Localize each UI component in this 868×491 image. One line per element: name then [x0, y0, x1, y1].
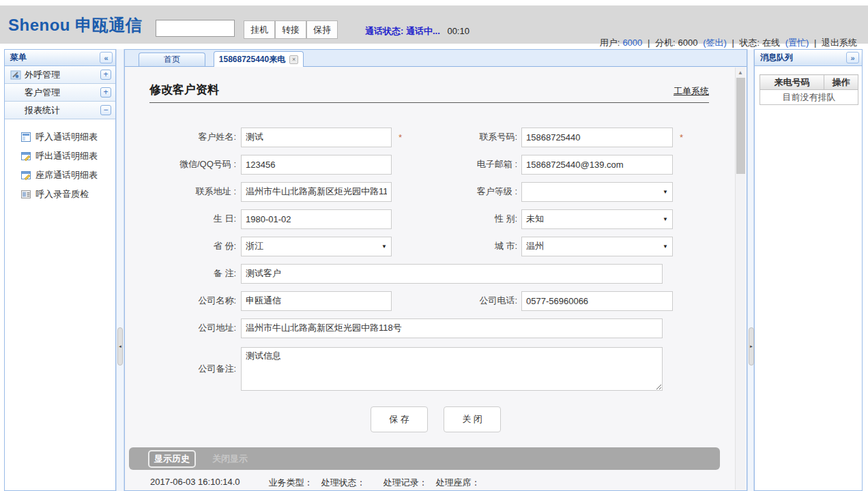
sidebar-title: 菜单 [10, 52, 100, 63]
company-remark-field[interactable]: 测试信息 [241, 347, 663, 391]
tab-label: 首页 [164, 54, 180, 65]
right-splitter[interactable]: ► [747, 49, 754, 491]
scrollbar-thumb[interactable] [736, 78, 745, 174]
show-history-tab[interactable]: 显示历史 [148, 450, 196, 468]
expand-group-button[interactable]: + [100, 87, 111, 98]
queue-header: 消息队列 » [755, 50, 862, 66]
expand-group-button[interactable]: + [100, 70, 111, 80]
collapse-sidebar-button[interactable]: « [100, 52, 113, 63]
sidebar-header: 菜单 « [5, 50, 115, 66]
outbound-management-icon [10, 70, 21, 80]
save-button[interactable]: 保 存 [371, 406, 428, 432]
birthday-field[interactable] [241, 209, 392, 229]
vertical-scrollbar[interactable]: ▲ [735, 68, 745, 490]
sidebar-item-recording-qc[interactable]: 呼入录音质检 [5, 185, 115, 204]
city-label: 城 市: [408, 240, 517, 252]
company-address-field[interactable] [241, 318, 663, 338]
customer-level-select[interactable]: ▼ [521, 182, 673, 202]
sidebar-group-label: 外呼管理 [25, 69, 100, 81]
email-field[interactable] [521, 155, 673, 175]
history-time: 2017-06-03 16:10:14.0 [150, 477, 240, 489]
logout-link[interactable]: 退出系统 [822, 38, 857, 48]
hide-history-tab[interactable]: 关闭显示 [212, 453, 248, 465]
call-timer: 00:10 [447, 26, 469, 36]
hangup-button[interactable]: 挂机 [244, 20, 275, 39]
form-row: 公司地址: [125, 314, 747, 342]
business-type-label: 业务类型： [269, 477, 313, 489]
form-row: 公司备注: 测试信息 [125, 342, 747, 396]
operation-header: 操作 [824, 75, 858, 90]
collapse-queue-button[interactable]: » [846, 52, 859, 63]
sidebar-item-outgoing-call-report[interactable]: 呼出通话明细表 [5, 147, 115, 166]
extension-label: 分机: [655, 38, 676, 48]
form-row: 公司名称: 公司电话: [125, 287, 747, 314]
set-busy-link[interactable]: (置忙) [785, 38, 809, 48]
select-value: 未知 [526, 213, 544, 225]
collapse-right-handle[interactable]: ► [749, 327, 754, 366]
sidebar-item-label: 座席通话明细表 [35, 169, 98, 181]
form-title-row: 修改客户资料 工单系统 [149, 82, 709, 103]
call-status-label: 通话状态: 通话中... [365, 26, 440, 36]
collapse-right-icon: » [850, 54, 854, 62]
spacer-icon [10, 87, 21, 98]
workorder-system-link[interactable]: 工单系统 [674, 85, 709, 98]
tab-home[interactable]: 首页 [139, 53, 205, 66]
customer-name-field[interactable] [241, 128, 392, 147]
recording-qc-icon [20, 189, 31, 200]
company-phone-field[interactable] [521, 291, 673, 311]
tab-bar: 首页 15868725440来电 × [125, 50, 747, 67]
tab-label: 15868725440来电 [219, 54, 285, 65]
city-select[interactable]: 温州 ▼ [521, 237, 673, 256]
scroll-up-icon[interactable]: ▲ [736, 68, 745, 78]
province-select[interactable]: 浙江 ▼ [241, 237, 392, 256]
sign-out-link[interactable]: (签出) [703, 38, 727, 48]
hold-button[interactable]: 保持 [306, 20, 338, 39]
queue-table-header-row: 来电号码 操作 [760, 75, 858, 90]
sidebar-group-reports[interactable]: 报表统计 − [5, 102, 115, 119]
sidebar-submenu: 呼入通话明细表 呼出通话明细表 座席通话明细表 呼入录音质检 [5, 119, 115, 204]
remark-field[interactable] [241, 264, 663, 284]
dial-number-input[interactable] [156, 20, 235, 37]
separator: | [732, 38, 734, 48]
close-tab-icon[interactable]: × [289, 55, 298, 64]
company-name-field[interactable] [241, 291, 392, 311]
main-panel: 首页 15868725440来电 × 修改客户资料 工单系统 客户姓名: * 联… [124, 49, 747, 491]
form-row: 省 份: 浙江 ▼ 城 市: 温州 ▼ [125, 233, 747, 260]
chevron-down-icon: ▼ [663, 216, 668, 222]
sidebar-item-agent-call-report[interactable]: 座席通话明细表 [5, 166, 115, 185]
email-label: 电子邮箱 : [408, 158, 517, 170]
wechat-qq-field[interactable] [241, 155, 392, 175]
sidebar-menu-panel: 菜单 « 外呼管理 + 客户管理 + 报表统计 − 呼入通话明细表 呼出通话明细… [4, 49, 116, 491]
customer-name-label: 客户姓名: [125, 131, 236, 143]
sidebar-group-customer[interactable]: 客户管理 + [5, 84, 115, 102]
outgoing-call-report-icon [20, 151, 31, 162]
sidebar-group-outbound[interactable]: 外呼管理 + [5, 66, 115, 84]
remark-label: 备 注: [125, 267, 236, 280]
splitter-left-icon: ◄ [118, 344, 122, 348]
contact-number-field[interactable] [521, 128, 673, 147]
close-button[interactable]: 关 闭 [444, 406, 501, 432]
sidebar-group-label: 报表统计 [25, 104, 100, 117]
required-mark: * [680, 132, 689, 143]
transfer-button[interactable]: 转接 [275, 20, 306, 39]
form-row: 联系地址 : 客户等级 : ▼ [125, 178, 747, 205]
handle-status-label: 处理状态： [321, 477, 366, 489]
user-info-bar: 用户:6000 | 分机:6000 (签出) | 状态:在线 (置忙) | 退出… [598, 37, 858, 49]
user-id-link[interactable]: 6000 [622, 38, 642, 48]
left-splitter[interactable]: ◄ [116, 49, 124, 491]
status-value: 在线 [762, 38, 780, 48]
call-status: 通话状态: 通话中... 00:10 [365, 25, 469, 38]
sidebar-item-label: 呼入录音质检 [35, 188, 89, 200]
sidebar-item-label: 呼出通话明细表 [35, 150, 98, 162]
history-toggle-bar: 显示历史 关闭显示 [129, 447, 720, 470]
contact-address-label: 联系地址 : [125, 185, 236, 198]
contact-address-field[interactable] [241, 182, 392, 202]
form-row: 微信/QQ号码 : 电子邮箱 : [125, 151, 747, 178]
tab-incoming-call[interactable]: 15868725440来电 × [214, 51, 304, 67]
collapse-left-handle[interactable]: ◄ [117, 327, 123, 366]
sidebar-item-incoming-call-report[interactable]: 呼入通话明细表 [5, 128, 115, 147]
page-title: 修改客户资料 [149, 82, 219, 98]
gender-select[interactable]: 未知 ▼ [521, 209, 673, 229]
collapse-group-button[interactable]: − [100, 105, 111, 115]
separator: | [814, 38, 816, 48]
